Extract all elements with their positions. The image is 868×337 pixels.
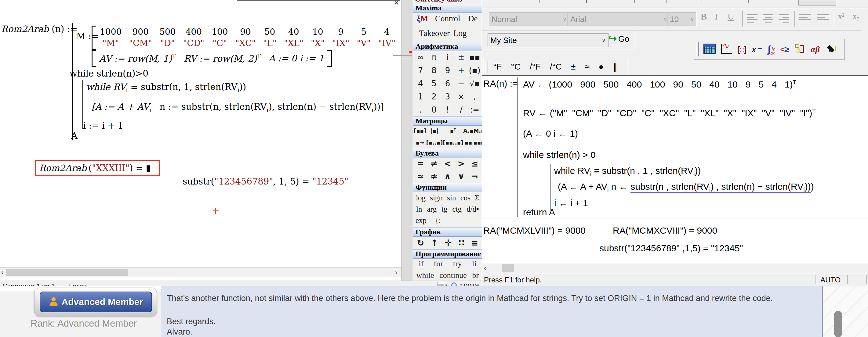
graph-tool-icon[interactable]: ↑ [431,238,438,248]
palette-button[interactable]: 1 [418,92,423,101]
scroll-thumb[interactable] [502,264,514,272]
matrix-cell[interactable]: 50 [265,27,275,37]
align-center-icon[interactable] [763,14,773,23]
palette-button[interactable]: ln [416,205,422,213]
font-combobox[interactable]: Arial∨ [567,12,670,26]
superscript-button[interactable]: x² [838,12,844,21]
substr-demo[interactable]: substr("123456789", 1, 5) = "12345" [183,176,348,187]
palette-button[interactable]: ▪→ [416,139,424,146]
matrix-cell[interactable]: "M" [102,38,119,49]
matrix-toolbar-icon[interactable]: [∷] [737,45,746,54]
maxima-takeover-button[interactable]: Takeover [419,29,450,38]
toolbar-grip[interactable] [486,61,488,73]
increment-line[interactable]: i ← i + 1 [554,198,588,208]
palette-button[interactable]: ≉ [431,171,437,181]
palette-button[interactable]: [▪▪] [414,128,426,134]
calculator-toolbar-icon[interactable] [704,44,716,55]
smath-vscroll-strip[interactable] [402,0,413,280]
selected-expression[interactable]: Rom2Arab ("XXXIII") = ▮ [35,160,160,176]
go-arrow-icon[interactable]: ↪ [609,33,617,44]
matrix-cell[interactable]: 9 [338,27,343,37]
while-inner[interactable]: while RVi = substr(n, 1, strlen(RVi)) [86,82,246,93]
panel-header-programming[interactable]: Программирование [413,249,482,259]
matrix-cell[interactable]: 5 [361,27,367,37]
palette-button[interactable]: 7 [418,66,423,75]
align-left-icon[interactable] [747,14,757,23]
palette-button[interactable]: 2 [431,92,437,101]
palette-button[interactable]: 8 [431,66,437,75]
return-variable[interactable]: A [71,131,78,141]
scroll-left-arrow[interactable]: ‹ [1,268,4,277]
matrix-cell[interactable]: 400 [186,27,202,37]
palette-button[interactable]: ¬ [471,171,478,181]
graph-tool-icon[interactable]: ∷ [458,238,464,248]
palette-button[interactable]: Σ [475,194,479,202]
matrix-cell[interactable]: 1000 [100,27,122,37]
init-group[interactable]: AV := row(M, 1)T RV := row(M, 2)T A := 0… [92,50,332,67]
go-button[interactable]: Go [618,34,629,44]
bullet-list-icon[interactable] [799,14,811,20]
palette-button[interactable]: + [458,66,464,75]
maxima-debug-button[interactable]: De [468,14,477,24]
rv-line[interactable]: RV ← ("M""CM""D""CD""C""XC""L""XL""X""IX… [523,108,816,118]
maxima-log-button[interactable]: Log [454,29,467,38]
palette-button[interactable]: [▪..▪] [426,139,443,146]
italic-button[interactable]: I [715,11,718,22]
palette-button[interactable]: if [419,259,424,268]
unit-button[interactable]: ± [571,62,576,72]
while-inner[interactable]: while RVi = substr(n , 1 , strlen(RVi)) [554,166,701,177]
matrix-cell[interactable]: "IV" [378,38,395,49]
palette-button[interactable]: 4 [418,79,423,88]
palette-button[interactable]: . [419,105,422,114]
matrix-cell[interactable]: "IX" [332,38,349,49]
site-combobox[interactable]: My Site∨ [488,33,609,47]
palette-button[interactable]: > [458,159,465,169]
programming-toolbar-icon[interactable] [795,44,805,55]
function-definition-header[interactable]: Rom2Arab (n) := [1,24,78,34]
palette-button[interactable]: ∧ [444,171,451,181]
init-line[interactable]: (A ← 0 i ← 1) [523,128,578,139]
palette-button[interactable]: log [416,194,426,202]
scroll-thumb[interactable] [6,269,128,276]
palette-button[interactable]: ctg [453,205,462,213]
palette-button[interactable]: br [472,271,479,280]
unit-button[interactable]: °F [493,62,502,72]
panel-header-matrices[interactable]: Матрицы [413,116,482,126]
palette-button[interactable]: ▪ᵀ [450,128,456,134]
palette-button[interactable]: while [416,271,434,280]
close-icon[interactable]: × [394,0,399,8]
palette-button[interactable]: := [470,105,479,114]
palette-button[interactable]: = [417,159,424,169]
unit-button[interactable]: ● [599,62,604,72]
result-1[interactable]: RA("MCMXLVIII") = 9000 [483,225,586,236]
palette-button[interactable]: − [458,79,464,88]
result-3[interactable]: substr("123456789" ,1,5) = "12345" [599,243,743,254]
palette-button[interactable]: {: [435,216,441,225]
palette-button[interactable]: tg [441,205,447,213]
palette-button[interactable]: 6 [445,79,450,88]
palette-button[interactable]: ≠ [431,159,437,169]
align-right-icon[interactable] [779,14,789,23]
palette-button[interactable]: 3 [445,92,450,101]
fontsize-combobox[interactable]: 10∨ [667,12,697,26]
matrix-cell[interactable]: "XC" [236,38,256,49]
palette-button[interactable]: li [472,259,476,268]
palette-button[interactable]: ! [446,105,449,114]
unit-button[interactable]: /°C [550,62,562,72]
matrix-cell[interactable]: "V" [356,38,371,49]
subscript-button[interactable]: x₂ [853,12,860,21]
palette-button[interactable]: × [458,92,464,101]
graph-toolbar-icon[interactable]: ∿ [721,44,732,55]
scroll-left-arrow[interactable]: ‹ [484,264,486,272]
palette-button[interactable]: cos [460,194,470,202]
matrix-cell[interactable]: "D" [160,38,175,49]
palette-button[interactable]: π [432,53,437,62]
palette-button[interactable]: |▪| [431,128,438,134]
graph-tool-icon[interactable]: ↻ [417,238,424,248]
palette-button[interactable]: ≤ [471,159,478,169]
palette-button[interactable]: ▪▪▪ [473,139,482,146]
matrix-cell[interactable]: 40 [288,27,299,37]
scroll-right-arrow[interactable]: › [395,268,398,277]
matrix-cell[interactable]: "C" [213,38,227,49]
panel-header-arithmetic[interactable]: Арифметика [413,42,482,51]
